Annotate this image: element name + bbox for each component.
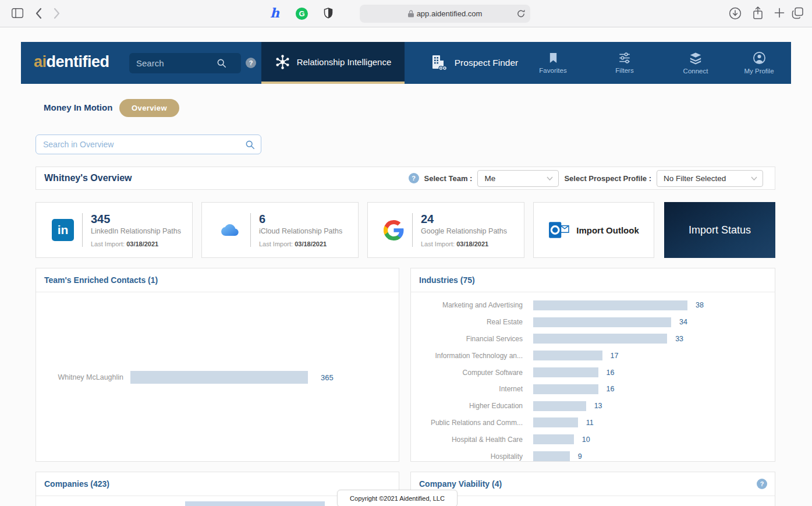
chart-row: Hospital & Health Care10 — [411, 431, 775, 448]
stat-value: 24 — [421, 213, 507, 226]
logo-ai: ai — [34, 53, 47, 71]
chart-value: 16 — [607, 369, 615, 377]
chart-value: 11 — [586, 419, 594, 427]
chart-category-label: Financial Services — [411, 335, 523, 343]
last-import-date: 03/18/2021 — [126, 240, 158, 247]
import-status-button[interactable]: Import Status — [664, 202, 775, 258]
tab-prospect-finder[interactable]: Prospect Finder — [408, 42, 539, 84]
import-outlook-label: Import Outlook — [576, 225, 639, 235]
chart-row: Public Relations and Comm...11 — [411, 415, 775, 431]
downloads-icon[interactable] — [729, 7, 742, 20]
new-tab-icon[interactable] — [774, 8, 785, 18]
chart-category-label: Whitney McLaughlin — [36, 373, 123, 381]
chart-value: 33 — [675, 335, 683, 343]
select-team-dropdown[interactable]: Me — [477, 170, 559, 187]
panel-header: Team's Enriched Contacts (1) — [36, 268, 399, 292]
chart-category-label: Internet — [411, 385, 523, 393]
chart-row: Information Technology an...17 — [411, 347, 775, 364]
nav-filters[interactable]: Filters — [600, 42, 650, 84]
breadcrumb-money-in-motion[interactable]: Money In Motion — [44, 102, 112, 112]
help-icon[interactable]: ? — [409, 173, 419, 183]
chart-row: Computer Software16 — [411, 364, 775, 381]
divider — [82, 213, 83, 247]
grammarly-extension-icon[interactable]: G — [296, 8, 308, 20]
nav-help-icon[interactable]: ? — [246, 58, 256, 68]
panel-header: Company Viability (4) ? — [411, 472, 775, 496]
select-team-label: Select Team : — [424, 174, 473, 183]
outlook-icon — [548, 221, 569, 239]
tab-overview-icon[interactable] — [792, 7, 804, 19]
chart-category-label: Hospital & Health Care — [411, 436, 523, 444]
forward-button-icon[interactable] — [54, 8, 61, 19]
grammarly-glyph: G — [296, 8, 308, 20]
company-viability-panel: Company Viability (4) ? — [410, 472, 775, 506]
help-icon[interactable]: ? — [757, 479, 767, 489]
chart-row: Whitney McLaughlin365 — [36, 371, 399, 384]
nav-my-profile[interactable]: My Profile — [734, 42, 784, 84]
chart-row: Internet16 — [411, 381, 775, 398]
icloud-icon — [218, 221, 242, 239]
share-icon[interactable] — [752, 6, 764, 20]
chart-value: 9 — [578, 452, 582, 461]
chart-bar — [533, 317, 671, 327]
back-button-icon[interactable] — [35, 8, 42, 19]
import-outlook-button[interactable]: Import Outlook — [533, 202, 654, 258]
overview-header: Whitney's Overview ? Select Team : Me Se… — [36, 167, 775, 190]
google-stat-card: 24 Google Relationship Paths Last Import… — [367, 202, 524, 258]
nav-util-label: Favorites — [539, 67, 566, 74]
logo-rest: dentified — [47, 53, 109, 71]
chart-bar — [533, 300, 687, 310]
chart-category-label: Computer Software — [411, 369, 523, 377]
chart-bar — [533, 334, 667, 344]
chart-bar — [533, 351, 602, 360]
chevron-down-icon — [751, 176, 757, 181]
chart-category-label: Hospitality — [411, 452, 523, 461]
team-enriched-contacts-panel: Team's Enriched Contacts (1) Whitney McL… — [36, 268, 399, 462]
stat-value: 345 — [91, 213, 181, 226]
chart-category-label: Higher Education — [411, 402, 523, 410]
breadcrumb-overview-pill[interactable]: Overview — [119, 99, 179, 117]
chart-category-label: Public Relations and Comm... — [411, 419, 523, 427]
shield-extension-icon[interactable] — [324, 8, 333, 19]
page-title: Whitney's Overview — [44, 173, 132, 183]
app-logo[interactable]: aidentified — [34, 42, 109, 82]
reload-icon[interactable] — [517, 9, 525, 20]
nav-util-label: My Profile — [744, 68, 774, 75]
chart-value: 17 — [611, 352, 619, 360]
select-profile-value: No Filter Selected — [664, 174, 726, 183]
nav-favorites[interactable]: Favorites — [528, 42, 578, 84]
building-binoculars-icon — [429, 54, 448, 72]
chart-row: Hospitality9 — [411, 448, 775, 465]
sliders-icon — [618, 52, 632, 64]
industries-panel: Industries (75) Marketing and Advertisin… — [410, 268, 775, 462]
copyright-notice: Copyright ©2021 Aidentified, LLC — [337, 490, 458, 506]
stat-label: Google Relationship Paths — [421, 227, 507, 235]
tab-label: Relationship Intelligence — [297, 57, 392, 67]
tab-relationship-intelligence[interactable]: Relationship Intelligence — [261, 42, 405, 84]
last-import-date: 03/18/2021 — [295, 240, 327, 247]
panel-header: Industries (75) — [411, 268, 775, 292]
panel-title: Team's Enriched Contacts (1) — [44, 275, 158, 285]
chart-bar — [185, 501, 325, 506]
divider — [412, 213, 413, 247]
chart-row: Financial Services33 — [411, 331, 775, 348]
nav-search-input[interactable] — [129, 58, 217, 68]
sidebar-toggle-icon[interactable] — [12, 8, 23, 18]
select-profile-dropdown[interactable]: No Filter Selected — [657, 170, 763, 187]
nav-util-label: Connect — [683, 68, 708, 75]
stat-value: 6 — [259, 213, 342, 226]
stat-label: LinkedIn Relationship Paths — [91, 227, 181, 235]
chart-value: 34 — [679, 318, 687, 326]
chart-bar — [533, 451, 570, 461]
address-bar[interactable]: app.aidentified.com — [360, 5, 530, 23]
nav-search — [129, 53, 241, 73]
chart-value: 365 — [321, 373, 334, 382]
chart-value: 38 — [696, 301, 704, 309]
nav-connect[interactable]: Connect — [671, 42, 721, 84]
chevron-down-icon — [547, 176, 553, 181]
extension-h-icon[interactable]: h — [270, 5, 279, 20]
overview-search — [36, 135, 261, 154]
chart-bar — [533, 434, 574, 444]
network-hub-icon — [275, 54, 290, 70]
overview-search-input[interactable] — [36, 135, 261, 154]
